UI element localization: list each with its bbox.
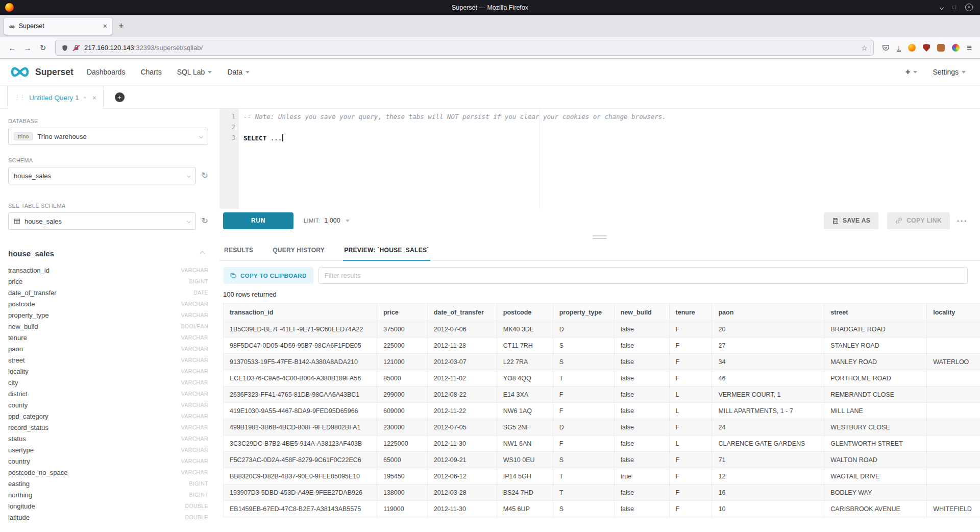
settings-menu[interactable]: Settings [933, 68, 966, 76]
url-bar[interactable]: 217.160.120.143:32393/superset/sqllab/ ☆ [55, 40, 874, 56]
schema-column-row[interactable]: eastingBIGINT [8, 478, 208, 489]
table-select[interactable]: house_sales [8, 212, 196, 230]
schema-column-row[interactable]: usertypeVARCHAR [8, 444, 208, 455]
hamburger-menu-icon[interactable]: ≡ [967, 43, 972, 53]
downloads-icon[interactable]: ↓ [897, 44, 901, 52]
schema-column-row[interactable]: localityVARCHAR [8, 366, 208, 377]
sql-editor[interactable]: -- Note: Unless you save your query, the… [239, 109, 980, 209]
results-column-header[interactable]: postcode [497, 304, 553, 321]
column-type: VARCHAR [181, 357, 208, 363]
extension-icon-1[interactable] [937, 44, 945, 52]
schema-column-row[interactable]: northingBIGINT [8, 489, 208, 500]
results-table-wrap[interactable]: transaction_idpricedate_of_transferpostc… [223, 303, 980, 532]
results-column-header[interactable]: street [824, 304, 927, 321]
results-tab-preview[interactable]: PREVIEW: `HOUSE_SALES` [343, 241, 430, 260]
add-query-tab-button[interactable]: + [115, 92, 125, 102]
results-column-header[interactable]: property_type [553, 304, 614, 321]
collapse-chevron-icon[interactable] [200, 251, 205, 256]
schema-column-row[interactable]: transaction_idVARCHAR [8, 264, 208, 276]
schema-column-row[interactable]: tenureVARCHAR [8, 332, 208, 343]
extension-icon-2[interactable] [952, 44, 960, 52]
results-cell: F [553, 403, 614, 419]
new-tab-button[interactable]: + [118, 21, 124, 32]
save-as-button[interactable]: SAVE AS [824, 212, 878, 229]
filter-results-input[interactable] [318, 267, 968, 284]
nav-item-dashboards[interactable]: Dashboards [87, 68, 126, 76]
results-column-header[interactable]: new_build [614, 304, 669, 321]
drag-handle-icon[interactable]: ⋮⋮ [14, 94, 24, 101]
results-tab-results[interactable]: RESULTS [223, 241, 254, 260]
nav-item-data[interactable]: Data [227, 68, 250, 76]
limit-dropdown[interactable]: LIMIT: 1 000 [304, 217, 350, 224]
results-column-header[interactable]: locality [927, 304, 980, 321]
schema-column-row[interactable]: property_typeVARCHAR [8, 309, 208, 321]
schema-column-row[interactable]: new_buildBOOLEAN [8, 321, 208, 332]
superset-logo[interactable]: Superset [9, 66, 74, 78]
results-column-header[interactable]: transaction_id [224, 304, 377, 321]
schema-column-row[interactable]: countryVARCHAR [8, 455, 208, 467]
results-row: EB1459EB-67ED-47C8-B2E7-A38143AB55751190… [224, 501, 980, 517]
column-type: VARCHAR [181, 301, 208, 307]
results-cell: CLARENCE GATE GARDENS [712, 436, 824, 452]
query-tab-active[interactable]: ⋮⋮ Untitled Query 1 ● × [7, 86, 104, 109]
database-select[interactable]: trino Trino warehouse [8, 128, 208, 145]
browser-tab-superset[interactable]: ∞ Superset × [4, 18, 112, 35]
schema-column-row[interactable]: record_statusVARCHAR [8, 422, 208, 433]
insecure-lock-icon[interactable] [73, 44, 80, 51]
table-schema-panel-header[interactable]: house_sales [8, 249, 208, 258]
schema-column-row[interactable]: paonVARCHAR [8, 343, 208, 354]
copy-link-button[interactable]: COPY LINK [887, 212, 950, 229]
schema-column-row[interactable]: longitudeDOUBLE [8, 500, 208, 512]
results-column-header[interactable]: price [377, 304, 427, 321]
results-row: 419E1030-9A55-4467-8DA9-9FED95D659666090… [224, 403, 980, 419]
results-column-header[interactable]: tenure [669, 304, 712, 321]
results-cell [927, 403, 980, 419]
window-close-button[interactable]: × [965, 4, 973, 11]
column-type: BIGINT [189, 278, 208, 284]
forward-button[interactable]: → [20, 43, 35, 52]
results-column-header[interactable]: date_of_transfer [427, 304, 497, 321]
schema-column-row[interactable]: latitudeDOUBLE [8, 512, 208, 523]
column-name: usertype [8, 446, 34, 454]
nav-item-charts[interactable]: Charts [140, 68, 161, 76]
results-cell: CT11 7RH [497, 337, 553, 354]
column-type: VARCHAR [181, 391, 208, 397]
schema-column-row[interactable]: date_of_transferDATE [8, 287, 208, 298]
results-column-header[interactable]: paon [712, 304, 824, 321]
close-query-tab-icon[interactable]: × [92, 94, 96, 102]
schema-column-row[interactable]: priceBIGINT [8, 276, 208, 287]
adblock-extension-icon[interactable] [923, 44, 930, 52]
more-options-button[interactable]: ··· [957, 216, 968, 225]
copy-to-clipboard-button[interactable]: COPY TO CLIPBOARD [223, 267, 313, 284]
back-button[interactable]: ← [5, 43, 19, 52]
results-tab-query-history[interactable]: QUERY HISTORY [272, 241, 326, 260]
nav-item-sql-lab[interactable]: SQL Lab [177, 68, 212, 76]
schema-column-row[interactable]: cityVARCHAR [8, 377, 208, 388]
schema-column-row[interactable]: districtVARCHAR [8, 388, 208, 399]
url-host: 217.160.120.143 [84, 44, 134, 52]
schema-column-row[interactable]: statusVARCHAR [8, 433, 208, 444]
tab-close-icon[interactable]: × [103, 22, 107, 30]
schema-column-row[interactable]: postcodeVARCHAR [8, 298, 208, 309]
refresh-tables-icon[interactable]: ↻ [202, 217, 208, 225]
results-cell: F [669, 337, 712, 354]
schema-column-row[interactable]: postcode_no_spaceVARCHAR [8, 467, 208, 478]
schema-column-row[interactable]: countyVARCHAR [8, 399, 208, 410]
run-query-button[interactable]: RUN [223, 212, 293, 229]
bookmark-star-icon[interactable]: ☆ [861, 44, 868, 52]
schema-select[interactable]: house_sales [8, 167, 196, 184]
results-cell: false [614, 501, 669, 517]
reload-button[interactable]: ↻ [36, 43, 50, 53]
tracking-shield-icon[interactable] [61, 44, 68, 52]
window-maximize-button[interactable]: □ [952, 5, 956, 10]
add-new-button[interactable]: + [905, 67, 917, 77]
refresh-schemas-icon[interactable]: ↻ [202, 172, 208, 180]
pocket-icon[interactable] [882, 44, 890, 52]
schema-column-row[interactable]: streetVARCHAR [8, 354, 208, 366]
account-icon[interactable] [908, 44, 916, 52]
schema-column-row[interactable]: ppd_categoryVARCHAR [8, 410, 208, 422]
panel-resize-handle[interactable] [219, 232, 980, 241]
results-cell: 193907D3-5DBD-453D-A49E-9FEE27DAB926 [224, 485, 377, 501]
window-minimize-button[interactable] [940, 6, 943, 9]
results-row: 2636F323-FF41-4765-81DB-98CAA6A43BC12990… [224, 386, 980, 403]
